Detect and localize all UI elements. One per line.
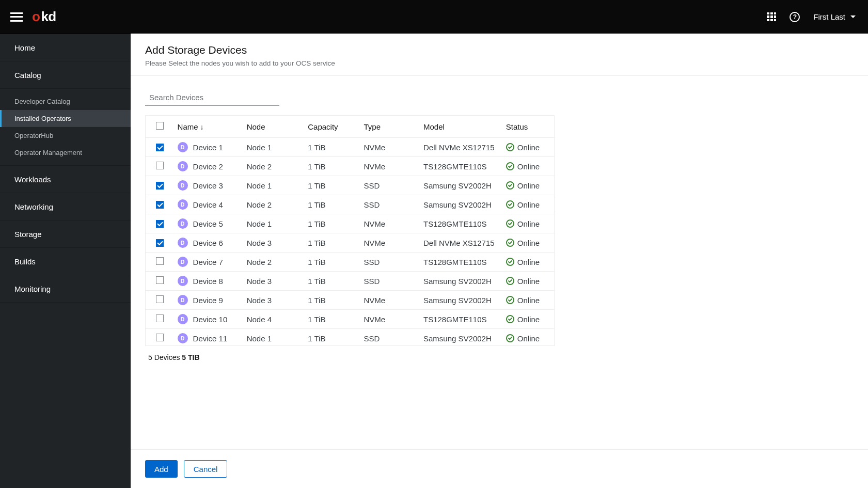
device-type: NVMe [359, 291, 419, 310]
user-menu[interactable]: First Last [813, 12, 856, 21]
device-name: Device 10 [193, 315, 228, 324]
device-type: NVMe [359, 214, 419, 233]
row-checkbox[interactable] [156, 220, 164, 228]
sidebar-item-builds[interactable]: Builds [0, 248, 131, 275]
device-badge-icon: D [178, 295, 188, 305]
row-checkbox[interactable] [156, 314, 164, 322]
device-type: SSD [359, 272, 419, 291]
page-title: Add Storage Devices [145, 44, 854, 56]
column-header-status[interactable]: Status [501, 116, 554, 138]
device-badge-icon: D [178, 218, 188, 229]
sidebar-item-monitoring[interactable]: Monitoring [0, 275, 131, 303]
device-capacity: 1 TiB [303, 329, 358, 346]
device-capacity: 1 TiB [303, 291, 358, 310]
sidebar-item-networking[interactable]: Networking [0, 193, 131, 221]
device-name: Device 4 [193, 200, 223, 209]
help-icon[interactable]: ? [790, 12, 800, 22]
status-text: Online [517, 315, 540, 324]
cancel-button[interactable]: Cancel [184, 460, 228, 478]
add-button[interactable]: Add [145, 460, 178, 478]
select-all-checkbox[interactable] [156, 122, 164, 130]
sidebar-item-workloads[interactable]: Workloads [0, 166, 131, 193]
row-checkbox[interactable] [156, 201, 164, 209]
apps-launcher-icon[interactable] [767, 12, 776, 22]
column-header-capacity[interactable]: Capacity [303, 116, 358, 138]
footer-actions: Add Cancel [131, 449, 868, 488]
device-name: Device 1 [193, 143, 223, 152]
column-header-node[interactable]: Node [242, 116, 303, 138]
status-ok-icon [506, 315, 514, 323]
sidebar-item-operator-management[interactable]: Operator Management [0, 144, 131, 161]
table-row: DDevice 7 Node 2 1 TiB SSD TS128GMTE110S… [146, 253, 554, 272]
column-header-model[interactable]: Model [418, 116, 501, 138]
device-model: TS128GMTE110S [418, 253, 501, 272]
devices-table: Name↓ Node Capacity Type Model Status DD… [145, 115, 555, 346]
device-node: Node 2 [242, 157, 303, 176]
device-capacity: 1 TiB [303, 138, 358, 157]
logo-o: o [32, 9, 40, 25]
device-name: Device 11 [193, 334, 228, 343]
row-checkbox[interactable] [156, 182, 164, 190]
device-type: NVMe [359, 138, 419, 157]
device-badge-icon: D [178, 161, 188, 171]
status-ok-icon [506, 162, 514, 170]
status-text: Online [517, 143, 540, 152]
device-node: Node 2 [242, 253, 303, 272]
device-badge-icon: D [178, 276, 188, 286]
status-ok-icon [506, 258, 514, 266]
status-text: Online [517, 162, 540, 171]
device-node: Node 3 [242, 291, 303, 310]
user-name: First Last [813, 12, 845, 21]
row-checkbox[interactable] [156, 257, 164, 265]
search-input[interactable] [145, 89, 279, 106]
menu-toggle-button[interactable] [10, 12, 23, 22]
device-capacity: 1 TiB [303, 233, 358, 253]
sidebar-item-home[interactable]: Home [0, 34, 131, 61]
row-checkbox[interactable] [156, 295, 164, 303]
device-node: Node 3 [242, 233, 303, 253]
status-text: Online [517, 200, 540, 209]
column-header-name[interactable]: Name↓ [172, 116, 242, 138]
device-name: Device 5 [193, 219, 223, 228]
table-row: DDevice 9 Node 3 1 TiB NVMe Samsung SV20… [146, 291, 554, 310]
status-ok-icon [506, 296, 514, 304]
device-model: Samsung SV2002H [418, 291, 501, 310]
device-capacity: 1 TiB [303, 214, 358, 233]
device-model: Dell NVMe XS12715 [418, 233, 501, 253]
device-type: NVMe [359, 157, 419, 176]
status-text: Online [517, 181, 540, 190]
sidebar-item-catalog[interactable]: Catalog [0, 61, 131, 89]
column-header-type[interactable]: Type [359, 116, 419, 138]
device-model: Dell NVMe XS12715 [418, 138, 501, 157]
device-node: Node 1 [242, 214, 303, 233]
sidebar-item-operatorhub[interactable]: OperatorHub [0, 127, 131, 144]
row-checkbox[interactable] [156, 334, 164, 341]
status-ok-icon [506, 200, 514, 209]
table-row: DDevice 2 Node 2 1 TiB NVMe TS128GMTE110… [146, 157, 554, 176]
logo: okd [32, 9, 56, 25]
status-text: Online [517, 296, 540, 305]
row-checkbox[interactable] [156, 162, 164, 169]
sidebar-item-developer-catalog[interactable]: Developer Catalog [0, 93, 131, 110]
device-name: Device 3 [193, 181, 223, 190]
sidebar-item-storage[interactable]: Storage [0, 221, 131, 248]
sidebar-item-installed-operators[interactable]: Installed Operators [0, 110, 131, 127]
sort-desc-icon: ↓ [200, 123, 204, 131]
page-header: Add Storage Devices Please Select the no… [131, 34, 868, 76]
device-capacity: 1 TiB [303, 157, 358, 176]
row-checkbox[interactable] [156, 144, 164, 151]
device-node: Node 3 [242, 272, 303, 291]
table-row: DDevice 11 Node 1 1 TiB SSD Samsung SV20… [146, 329, 554, 346]
status-text: Online [517, 258, 540, 266]
row-checkbox[interactable] [156, 239, 164, 247]
device-node: Node 2 [242, 195, 303, 214]
device-badge-icon: D [178, 257, 188, 267]
device-badge-icon: D [178, 199, 188, 210]
table-row: DDevice 3 Node 1 1 TiB SSD Samsung SV200… [146, 176, 554, 195]
device-type: SSD [359, 176, 419, 195]
row-checkbox[interactable] [156, 276, 164, 284]
device-capacity: 1 TiB [303, 272, 358, 291]
device-name: Device 7 [193, 258, 223, 266]
status-ok-icon [506, 334, 514, 342]
status-text: Online [517, 219, 540, 228]
